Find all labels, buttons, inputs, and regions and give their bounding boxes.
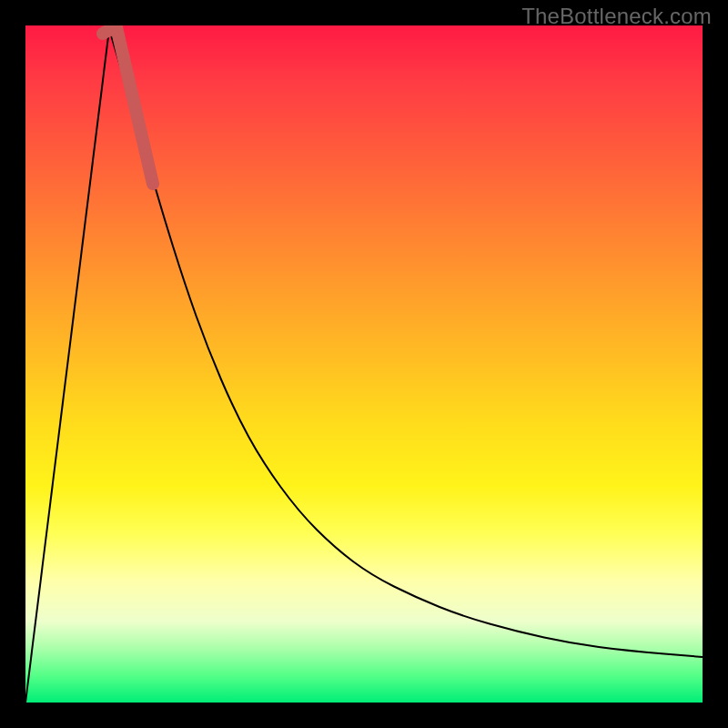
curve-main	[109, 29, 703, 657]
chart-svg	[25, 25, 703, 703]
watermark-label: TheBottleneck.com	[521, 4, 712, 29]
curve-left-descent	[25, 29, 109, 703]
curve-j-overlay	[103, 27, 153, 184]
